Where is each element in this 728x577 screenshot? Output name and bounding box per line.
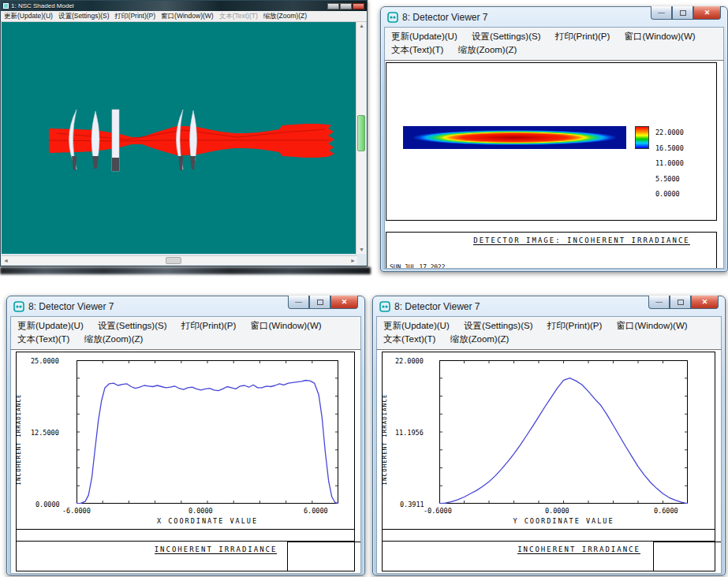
colorbar-labels: 22.0000 16.5000 11.0000 5.5000 0.0000 (655, 120, 724, 207)
window-detector-image: 8: Detector Viewer 7 — ✕ 更新(Update)(U) 设… (380, 6, 728, 272)
menubar: 更新(Update)(U) 设置(Settings)(S) 打印(Print)(… (1, 11, 367, 22)
window-title: 8: Detector Viewer 7 (28, 301, 114, 312)
colorbar-tick: 0.0000 (655, 192, 724, 197)
y-tick-label: 0.0000 (35, 501, 60, 508)
viewer-content: INCOHERENT IRRADIANCE 22.0000 11.1956 0.… (376, 350, 722, 574)
menu-item-settings[interactable]: 设置(Settings)(S) (98, 319, 167, 333)
minimize-button[interactable]: — (651, 6, 672, 20)
x-tick-label: 0.6000 (654, 507, 678, 515)
file-info-cell: 20210616 12-0.0-3.ZMX CONFIGURATION 1 OF… (653, 542, 722, 571)
close-icon: ✕ (342, 298, 348, 306)
app-icon (13, 301, 24, 312)
menu-item-update[interactable]: 更新(Update)(U) (383, 319, 450, 333)
menu-item-update[interactable]: 更新(Update)(U) (17, 319, 84, 333)
section-band: DETECTOR IMAGE: INCOHERENT IRRADIANCE (386, 220, 717, 233)
menu-item-update[interactable]: 更新(Update)(U) (4, 12, 53, 21)
menu-item-window[interactable]: 窗口(Window)(W) (251, 319, 322, 333)
close-button[interactable]: ✕ (330, 296, 358, 309)
maximize-button[interactable] (309, 296, 330, 309)
close-button[interactable] (353, 3, 364, 9)
menubar: 更新(Update)(U) 设置(Settings)(S) 打印(Print)(… (384, 27, 724, 61)
plot-frame: INCOHERENT IRRADIANCE 25.0000 12.5000 0.… (16, 352, 355, 571)
plot-frame: INCOHERENT IRRADIANCE 22.0000 11.1956 0.… (382, 352, 715, 571)
titlebar[interactable]: 8: Detector Viewer 7 — ✕ (381, 7, 727, 27)
y-tick-label: 11.1956 (395, 429, 424, 437)
colorbar-tick: 5.5000 (655, 177, 724, 182)
colorbar-tick: 11.0000 (655, 161, 724, 166)
section-band: INCOHERENT IRRADIANCE (16, 529, 355, 542)
window-title: 1: NSC Shaded Model (11, 2, 327, 9)
maximize-button[interactable] (670, 296, 691, 309)
x-axis-title: Y COORDINATE VALUE (439, 517, 688, 525)
minimize-button[interactable] (327, 3, 339, 9)
viewer-content: INCOHERENT IRRADIANCE 25.0000 12.5000 0.… (10, 350, 361, 574)
scroll-left-icon[interactable]: ◄ (3, 258, 9, 263)
menu-item-zoom[interactable]: 缩放(Zoom)(Z) (263, 12, 307, 21)
x-tick-label: 0.0000 (189, 507, 213, 515)
restore-icon (680, 10, 686, 16)
ray-trace-diagram (2, 22, 357, 254)
titlebar[interactable]: 8: Detector Viewer 7 — ✕ (373, 296, 725, 316)
window-nsc-shaded-model: 1: NSC Shaded Model 更新(Update)(U) 设置(Set… (0, 0, 368, 266)
y-axis-title: INCOHERENT IRRADIANCE (381, 376, 389, 502)
titlebar[interactable]: 8: Detector Viewer 7 — ✕ (7, 296, 364, 316)
scroll-down-icon[interactable]: ▼ (357, 246, 367, 254)
minimize-icon: — (295, 298, 302, 306)
close-icon: ✕ (704, 9, 711, 17)
menu-item-zoom[interactable]: 缩放(Zoom)(Z) (450, 333, 510, 346)
menu-item-print[interactable]: 打印(Print)(P) (115, 12, 155, 21)
menu-item-update[interactable]: 更新(Update)(U) (391, 30, 457, 43)
app-icon (379, 301, 390, 312)
menu-item-settings[interactable]: 设置(Settings)(S) (58, 12, 110, 21)
vertical-scrollbar[interactable]: ▲ ▼ (356, 22, 366, 254)
band-title: DETECTOR IMAGE: INCOHERENT IRRADIANCE (473, 236, 689, 245)
detector-footer: SUN JUL 17 2022 DETECTOR 10, NSCG SURFAC… (16, 541, 355, 571)
section-band: INCOHERENT IRRADIANCE (382, 529, 715, 542)
horizontal-scrollbar[interactable]: ◄ ► (2, 255, 357, 265)
close-icon: ✕ (702, 298, 708, 306)
x-profile-plot (77, 360, 338, 504)
maximize-button[interactable] (672, 6, 693, 20)
menu-item-text[interactable]: 文本(Text)(T) (391, 43, 443, 57)
colorbar-tick: 22.0000 (655, 130, 724, 136)
menu-item-settings[interactable]: 设置(Settings)(S) (464, 319, 533, 333)
file-info-cell: 20210616 12-0.0-3.ZMX CONFIGURATION 1 OF… (287, 542, 361, 571)
titlebar[interactable]: 1: NSC Shaded Model (1, 1, 367, 11)
maximize-button[interactable] (340, 3, 352, 9)
menu-item-print[interactable]: 打印(Print)(P) (547, 319, 603, 333)
detector-footer: SUN JUL 17 2022 DETECTOR 10, NSCG SURFAC… (382, 541, 715, 571)
x-tick-label: 0.0000 (545, 507, 569, 515)
window-title: 8: Detector Viewer 7 (394, 301, 480, 312)
menu-item-window[interactable]: 窗口(Window)(W) (625, 30, 696, 43)
minimize-button[interactable]: — (288, 296, 309, 309)
close-button[interactable]: ✕ (693, 6, 721, 20)
menubar: 更新(Update)(U) 设置(Settings)(S) 打印(Print)(… (10, 316, 361, 350)
colorbar (635, 126, 649, 149)
menu-item-text[interactable]: 文本(Text)(T) (383, 333, 435, 346)
scroll-up-icon[interactable]: ▲ (357, 22, 367, 30)
y-axis-title: INCOHERENT IRRADIANCE (15, 376, 23, 502)
scroll-right-icon[interactable]: ► (350, 258, 356, 263)
detector-image-area: 22.0000 16.5000 11.0000 5.5000 0.0000 (386, 62, 717, 221)
window-detector-x-profile: 8: Detector Viewer 7 — ✕ 更新(Update)(U) 设… (6, 296, 365, 575)
window-detector-y-profile: 8: Detector Viewer 7 — ✕ 更新(Update)(U) 设… (372, 296, 726, 575)
menu-item-zoom[interactable]: 缩放(Zoom)(Z) (458, 43, 517, 57)
close-button[interactable]: ✕ (691, 296, 719, 309)
colorbar-tick: 16.5000 (655, 146, 724, 151)
y-tick-label: 12.5000 (31, 429, 59, 437)
menu-item-print[interactable]: 打印(Print)(P) (555, 30, 610, 43)
menu-item-window[interactable]: 窗口(Window)(W) (617, 319, 688, 333)
footer-line: SUN JUL 17 2022 (390, 264, 713, 269)
horizontal-scroll-thumb[interactable] (166, 257, 181, 264)
menu-item-text[interactable]: 文本(Text)(T) (17, 333, 69, 346)
menu-item-text[interactable]: 文本(Text)(T) (219, 12, 258, 21)
menu-item-settings[interactable]: 设置(Settings)(S) (472, 30, 541, 43)
menu-item-print[interactable]: 打印(Print)(P) (181, 319, 237, 333)
menu-item-window[interactable]: 窗口(Window)(W) (161, 12, 214, 21)
irradiance-stripe (403, 126, 626, 149)
minimize-button[interactable]: — (648, 296, 670, 309)
menu-item-zoom[interactable]: 缩放(Zoom)(Z) (84, 333, 144, 346)
vertical-scroll-thumb[interactable] (357, 115, 365, 151)
x-tick-label: -0.6000 (424, 507, 452, 515)
y-profile-plot (439, 360, 688, 504)
